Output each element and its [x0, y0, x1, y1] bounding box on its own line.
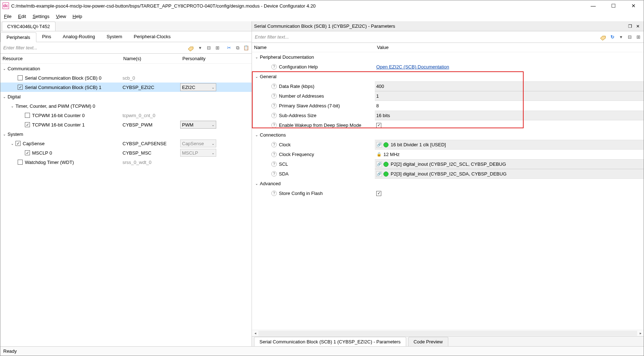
col-resource[interactable]: Resource [0, 56, 121, 61]
section-advanced[interactable]: ⌄Advanced [252, 179, 644, 188]
help-icon[interactable]: ? [271, 84, 277, 89]
clear-filter-icon[interactable] [599, 34, 606, 40]
tree-communication[interactable]: ⌄Communication [0, 64, 252, 73]
right-filter-input[interactable] [253, 33, 598, 41]
doc-link[interactable]: Open EZI2C (SCB) Documentation [376, 64, 449, 70]
tree-msclp0[interactable]: MSCLP 0 CYBSP_MSC MSCLP⌄ [0, 148, 252, 157]
personality-scb1[interactable]: EZI2C⌄ [180, 83, 216, 91]
personality-capsense[interactable]: CapSense⌄ [180, 139, 216, 147]
col-personality[interactable]: Personality [180, 56, 252, 61]
chevron-down-icon[interactable]: ⌄ [2, 95, 7, 99]
param-config-help[interactable]: ?Configuration Help Open EZI2C (SCB) Doc… [252, 62, 644, 72]
col-param-value[interactable]: Value [375, 45, 644, 50]
param-enable-wakeup[interactable]: ?Enable Wakeup from Deep Sleep Mode [252, 120, 644, 130]
chevron-down-icon[interactable]: ⌄ [254, 133, 259, 137]
left-filter-input[interactable] [2, 44, 186, 52]
tree-capsense[interactable]: ⌄CapSense CYBSP_CAPSENSE CapSense⌄ [0, 139, 252, 148]
copy-icon[interactable]: ⧉ [234, 44, 241, 52]
name-capsense[interactable]: CYBSP_CAPSENSE [121, 139, 180, 148]
collapse-all-icon[interactable]: ⊟ [205, 44, 213, 52]
cut-icon[interactable]: ✂ [225, 44, 233, 52]
param-clock[interactable]: ?Clock 🔗16 bit Divider 1 clk [USED] [252, 140, 644, 150]
checkbox-scb1[interactable] [18, 85, 23, 90]
resource-tree[interactable]: ⌄Communication Serial Communication Bloc… [0, 64, 252, 346]
chevron-down-icon[interactable]: ⌄ [10, 104, 15, 108]
filter-icon[interactable]: ▾ [196, 44, 204, 52]
name-cnt1[interactable]: CYBSP_PWM [121, 120, 180, 129]
chevron-down-icon[interactable]: ⌄ [2, 67, 7, 71]
parameters-body[interactable]: ⌄Peripheral Documentation ?Configuration… [252, 52, 644, 330]
name-scb1[interactable]: CYBSP_EZI2C [121, 83, 180, 92]
close-button[interactable]: ✕ [623, 0, 644, 11]
param-primary-address[interactable]: ?Primary Slave Address (7-bit) 8 [252, 101, 644, 111]
menu-settings[interactable]: Settings [32, 14, 49, 19]
horizontal-scrollbar[interactable]: ◂ ▸ [252, 330, 644, 336]
tree-tcpwm[interactable]: ⌄Timer, Counter, and PWM (TCPWM) 0 [0, 101, 252, 111]
checkbox-scb0[interactable] [18, 75, 23, 80]
menu-file[interactable]: File [4, 14, 12, 19]
value-primary-address[interactable]: 8 [375, 101, 644, 111]
param-store-config[interactable]: ?Store Config in Flash [252, 188, 644, 198]
param-sub-address-size[interactable]: ?Sub-Address Size 16 bits [252, 111, 644, 120]
tree-cnt0[interactable]: TCPWM 16-bit Counter 0 tcpwm_0_cnt_0 [0, 111, 252, 120]
checkbox-msclp0[interactable] [25, 150, 30, 155]
chevron-down-icon[interactable]: ⌄ [254, 55, 259, 59]
checkbox-enable-wakeup[interactable] [376, 123, 381, 128]
menu-help[interactable]: Help [72, 14, 82, 19]
section-connections[interactable]: ⌄Connections [252, 130, 644, 140]
value-clock[interactable]: 16 bit Divider 1 clk [USED] [391, 142, 446, 147]
name-scb0[interactable]: scb_0 [121, 73, 180, 83]
help-icon[interactable]: ? [271, 93, 277, 99]
tab-peripheral-clocks[interactable]: Peripheral-Clocks [128, 32, 177, 42]
paste-icon[interactable]: 📋 [242, 44, 250, 52]
chevron-down-icon[interactable]: ⌄ [10, 142, 15, 146]
value-scl[interactable]: P2[2] digital_inout (CYBSP_I2C_SCL, CYBS… [391, 161, 506, 167]
tree-digital[interactable]: ⌄Digital [0, 92, 252, 101]
tab-system[interactable]: System [101, 32, 128, 42]
tab-pins[interactable]: Pins [36, 32, 57, 42]
checkbox-cnt0[interactable] [25, 113, 30, 118]
link-icon[interactable]: 🔗 [376, 161, 382, 167]
maximize-button[interactable]: ☐ [603, 0, 623, 11]
help-icon[interactable]: ? [271, 191, 277, 196]
reload-icon[interactable]: ↻ [608, 33, 616, 41]
help-icon[interactable]: ? [271, 142, 277, 147]
col-names[interactable]: Name(s) [121, 56, 180, 61]
tab-peripherals[interactable]: Peripherals [0, 32, 36, 42]
help-icon[interactable]: ? [271, 161, 277, 167]
value-sda[interactable]: P2[3] digital_inout (CYBSP_I2C_SDA, CYBS… [391, 171, 507, 177]
param-sda[interactable]: ?SDA 🔗P2[3] digital_inout (CYBSP_I2C_SDA… [252, 169, 644, 179]
undock-icon[interactable]: ❐ [626, 23, 634, 30]
checkbox-wdt[interactable] [18, 160, 23, 165]
tab-code-preview[interactable]: Code Preview [408, 337, 448, 346]
name-wdt[interactable]: srss_0_wdt_0 [121, 157, 180, 167]
section-general[interactable]: ⌄General [252, 72, 644, 81]
personality-msclp0[interactable]: MSCLP⌄ [180, 149, 216, 157]
tab-parameters[interactable]: Serial Communication Block (SCB) 1 (CYBS… [254, 337, 406, 346]
help-icon[interactable]: ? [271, 64, 277, 70]
param-scl[interactable]: ?SCL 🔗P2[2] digital_inout (CYBSP_I2C_SCL… [252, 159, 644, 169]
value-data-rate[interactable]: 400 [375, 81, 644, 91]
help-icon[interactable]: ? [271, 113, 277, 118]
checkbox-cnt1[interactable] [25, 122, 30, 127]
param-clock-frequency[interactable]: ?Clock Frequency 🔒12 MHz [252, 150, 644, 159]
filter-icon[interactable]: ▾ [617, 33, 625, 41]
scroll-track[interactable] [258, 331, 637, 336]
value-sub-address-size[interactable]: 16 bits [375, 111, 644, 120]
col-param-name[interactable]: Name [252, 45, 375, 50]
personality-cnt1[interactable]: PWM⌄ [180, 121, 216, 129]
checkbox-capsense[interactable] [15, 141, 21, 146]
device-tab[interactable]: CY8C4046LQI-T452 [2, 22, 55, 31]
menu-view[interactable]: View [56, 14, 66, 19]
tree-wdt[interactable]: Watchdog Timer (WDT) srss_0_wdt_0 [0, 157, 252, 167]
param-data-rate[interactable]: ?Data Rate (kbps) 400 [252, 81, 644, 91]
scroll-left-icon[interactable]: ◂ [252, 331, 258, 335]
menu-edit[interactable]: Edit [18, 14, 26, 19]
minimize-button[interactable]: — [583, 0, 603, 11]
chevron-down-icon[interactable]: ⌄ [254, 75, 259, 79]
tree-scb0[interactable]: Serial Communication Block (SCB) 0 scb_0 [0, 73, 252, 83]
section-peripheral-doc[interactable]: ⌄Peripheral Documentation [252, 52, 644, 62]
tree-scb1[interactable]: Serial Communication Block (SCB) 1 CYBSP… [0, 83, 252, 92]
chevron-down-icon[interactable]: ⌄ [2, 132, 7, 136]
checkbox-store-config[interactable] [376, 191, 381, 196]
